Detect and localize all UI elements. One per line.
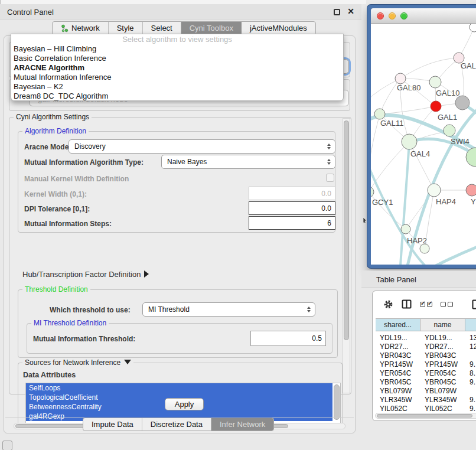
settings-vertical-scrollbar-thumb[interactable] xyxy=(344,120,349,340)
top-strip xyxy=(0,0,366,4)
spinner-arrows-icon xyxy=(307,306,311,312)
table-horizontal-scrollbar[interactable] xyxy=(375,413,476,419)
list-item[interactable]: SelfLoops xyxy=(26,383,332,393)
node-hap4[interactable] xyxy=(428,184,441,197)
hub-definition-toggle[interactable]: Hub/Transcription Factor Definition xyxy=(22,270,149,279)
node[interactable] xyxy=(470,24,476,32)
list-vertical-scrollbar[interactable] xyxy=(334,384,340,420)
gear-icon[interactable] xyxy=(383,299,393,309)
node-gal1-red[interactable] xyxy=(431,101,441,112)
deselect-all-icon[interactable] xyxy=(441,302,453,307)
node[interactable] xyxy=(420,244,429,253)
sources-group-title[interactable]: Sources for Network Inference xyxy=(22,358,133,367)
column-header-name[interactable]: name xyxy=(420,318,465,331)
table-row[interactable]: YDL19...YDL19...13 xyxy=(376,334,476,343)
aracne-mode-combo[interactable]: Discovery xyxy=(69,139,335,154)
node-label: HAP4 xyxy=(436,197,456,206)
manual-kernel-checkbox[interactable] xyxy=(326,174,334,182)
settings-group-title: Cyni Algorithm Settings xyxy=(14,113,92,121)
mi-threshold-group: MI Threshold Definition Mutual Informati… xyxy=(27,323,332,354)
node-label: Y xyxy=(471,197,476,206)
threshold-definition-group: Threshold Definition Which threshold to … xyxy=(18,289,338,358)
menu-item[interactable]: Bayesian – Hill Climbing xyxy=(11,44,343,54)
node-gal80[interactable] xyxy=(395,73,406,84)
which-threshold-combo[interactable]: MI Threshold xyxy=(142,302,315,317)
table-row[interactable]: YDR27...YDR27...12 xyxy=(376,343,476,351)
node-label: GAL1 xyxy=(438,113,457,122)
node-label: GAL80 xyxy=(397,83,420,92)
menu-item[interactable]: Mutual Information Inference xyxy=(11,73,343,82)
node-swi4[interactable] xyxy=(444,125,455,136)
table-row[interactable]: YPR145WYPR145W9. xyxy=(376,360,476,369)
table-row[interactable]: YLR345WYLR345W9. xyxy=(376,396,476,405)
table-row[interactable]: YBL079WYBL079W xyxy=(376,387,476,396)
tab-select[interactable]: Select xyxy=(143,22,181,34)
node-gal11[interactable] xyxy=(374,109,385,119)
aracne-mode-label: Aracne Mode: xyxy=(24,143,71,151)
mi-threshold-label: Mutual Information Threshold: xyxy=(33,335,135,343)
table-row[interactable]: YER054CYER054C8. xyxy=(376,369,476,378)
table-toolbar xyxy=(373,291,476,317)
control-panel-tabbar: Network Style Select Cyni Toolbox jActiv… xyxy=(52,21,316,35)
apply-button[interactable]: Apply xyxy=(165,398,204,410)
tab-discretize-data[interactable]: Discretize Data xyxy=(142,418,211,431)
tab-network[interactable]: Network xyxy=(53,22,109,34)
collapsed-panel-icon[interactable] xyxy=(2,441,12,450)
app-root: Control Panel ✕ Network Style Select Cyn… xyxy=(0,0,476,450)
dpi-tolerance-input[interactable]: 0.0 xyxy=(249,201,335,215)
close-traffic-light-icon[interactable] xyxy=(377,12,384,19)
dpi-tolerance-label: DPI Tolerance [0,1]: xyxy=(24,205,90,213)
network-window-titlebar[interactable] xyxy=(371,8,476,24)
node-hap2[interactable] xyxy=(401,224,410,234)
network-icon xyxy=(61,24,69,32)
settings-vertical-scrollbar[interactable] xyxy=(343,118,350,393)
tab-jactivemnodules[interactable]: jActiveMNodules xyxy=(242,22,315,34)
kernel-width-input[interactable]: 0.0 xyxy=(249,187,335,200)
zoom-traffic-light-icon[interactable] xyxy=(400,12,407,19)
table-row[interactable]: YIL052CYIL052C9. xyxy=(376,405,476,412)
tab-impute-data[interactable]: Impute Data xyxy=(83,418,142,431)
algorithm-definition-group: Algorithm Definition Aracne Mode: Discov… xyxy=(18,131,335,233)
table-row[interactable]: YBR045CYBR045C9. xyxy=(376,378,476,387)
node-gal4[interactable] xyxy=(402,134,417,149)
mi-steps-label: Mutual Information Steps: xyxy=(24,220,112,228)
table-row[interactable]: YBR043CYBR043C xyxy=(376,351,476,360)
column-layout-icon[interactable] xyxy=(402,299,412,309)
new-table-icon[interactable] xyxy=(472,299,476,309)
menu-item[interactable]: Dream8 DC_TDC Algorithm xyxy=(11,92,343,101)
close-icon[interactable]: ✕ xyxy=(347,6,354,16)
algorithm-dropdown-popup: Select algorithm to view settings Bayesi… xyxy=(11,34,344,101)
kernel-width-label: Kernel Width (0,1): xyxy=(24,190,87,198)
mi-threshold-input[interactable]: 0.5 xyxy=(250,331,326,346)
mi-type-combo[interactable]: Naive Bayes xyxy=(161,155,335,169)
node-gcy1[interactable] xyxy=(371,187,374,197)
select-all-icon[interactable] xyxy=(420,302,432,307)
column-header-shared-name[interactable]: shared... xyxy=(376,318,420,331)
bottom-tabbar: Impute Data Discretize Data Infer Networ… xyxy=(83,418,274,431)
menu-item[interactable]: Basic Correlation Inference xyxy=(11,54,343,63)
table-horizontal-scrollbar-thumb[interactable] xyxy=(377,414,472,418)
tab-style[interactable]: Style xyxy=(109,22,143,34)
column-header[interactable] xyxy=(465,318,476,331)
network-view-window[interactable]: GAL GAL80 GAL10 GAL1 GAL11 SWI4 GAL4 GCY… xyxy=(367,5,476,268)
popup-placeholder: Select algorithm to view settings xyxy=(11,34,343,44)
which-threshold-label: Which threshold to use: xyxy=(50,306,131,314)
float-window-icon[interactable] xyxy=(334,9,340,15)
tab-cyni-toolbox[interactable]: Cyni Toolbox xyxy=(181,22,242,34)
node-label: GAL11 xyxy=(380,119,404,128)
node-gray[interactable] xyxy=(455,96,470,110)
data-attributes-label: Data Attributes xyxy=(23,371,76,379)
menu-item-selected[interactable]: ARACNE Algorithm xyxy=(11,63,343,73)
menu-item[interactable]: Bayesian – K2 xyxy=(11,82,343,92)
control-panel-titlebar: Control Panel ✕ xyxy=(0,4,361,19)
tab-infer-network[interactable]: Infer Network xyxy=(211,418,273,431)
minimize-traffic-light-icon[interactable] xyxy=(389,12,396,19)
node-salmon[interactable] xyxy=(466,184,476,196)
algorithm-definition-title: Algorithm Definition xyxy=(22,127,89,135)
mi-steps-input[interactable]: 6 xyxy=(249,216,335,230)
node-label: GAL4 xyxy=(410,149,430,158)
network-canvas[interactable]: GAL GAL80 GAL10 GAL1 GAL11 SWI4 GAL4 GCY… xyxy=(371,24,476,265)
node-gal10[interactable] xyxy=(429,76,441,88)
spinner-arrows-icon xyxy=(327,159,331,165)
sources-group: Sources for Network Inference Data Attri… xyxy=(18,363,343,423)
